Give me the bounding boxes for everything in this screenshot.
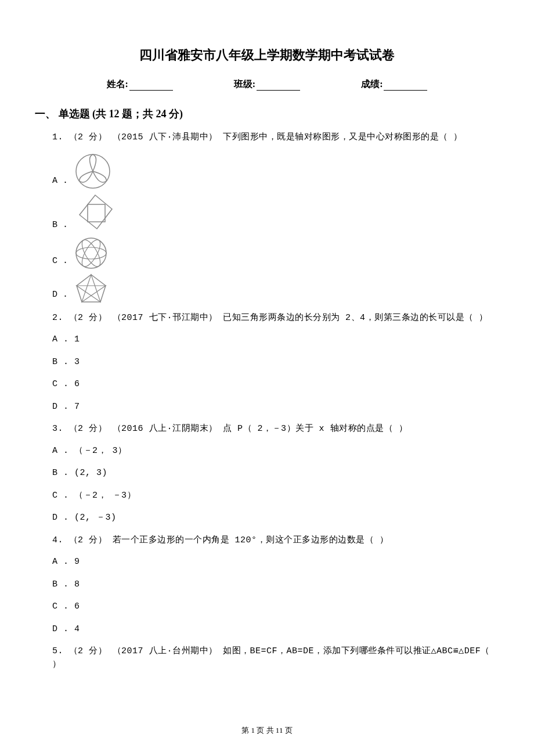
class-field: 班级:	[234, 78, 300, 91]
q4-option-c: C . 6	[52, 600, 499, 614]
q2-option-c: C . 6	[52, 378, 499, 391]
svg-rect-1	[88, 204, 105, 222]
pentagon-star-icon	[75, 273, 107, 303]
q2-option-a: A . 1	[52, 333, 499, 347]
score-blank	[384, 90, 427, 91]
page-title: 四川省雅安市八年级上学期数学期中考试试卷	[35, 46, 499, 64]
q4-option-d: D . 4	[52, 623, 499, 636]
q3-option-d: D . (2, －3)	[52, 512, 499, 525]
q2-option-d: D . 7	[52, 401, 499, 414]
q4-option-b: B . 8	[52, 578, 499, 592]
score-label: 成绩:	[361, 78, 383, 91]
name-field: 姓名:	[107, 78, 173, 91]
q2-option-b: B . 3	[52, 356, 499, 369]
name-label: 姓名:	[107, 78, 128, 91]
flower-circle-icon	[75, 237, 107, 269]
svg-marker-2	[80, 195, 112, 229]
q1-b-label: B .	[52, 219, 68, 233]
svg-point-4	[76, 247, 106, 259]
q1-text: 1. （2 分） （2015 八下·沛县期中） 下列图形中，既是轴对称图形，又是…	[52, 131, 499, 145]
q3-option-a: A . （－2， 3）	[52, 445, 499, 458]
q4-option-a: A . 9	[52, 556, 499, 569]
q1-c-label: C .	[52, 255, 68, 269]
q1-d-label: D .	[52, 289, 68, 303]
class-label: 班级:	[234, 78, 255, 91]
q2-text: 2. （2 分） （2017 七下·邗江期中） 已知三角形两条边的长分别为 2、…	[52, 312, 499, 325]
class-blank	[257, 90, 300, 91]
q3-text: 3. （2 分） （2016 八上·江阴期末） 点 P（ 2，－3）关于 x 轴…	[52, 423, 499, 436]
svg-point-3	[76, 238, 106, 268]
q1-option-c: C .	[52, 237, 499, 269]
q3-option-b: B . (2, 3)	[52, 467, 499, 480]
q4-text: 4. （2 分） 若一个正多边形的一个内角是 120°，则这个正多边形的边数是（…	[52, 534, 499, 548]
page-footer: 第 1 页 共 11 页	[0, 725, 534, 736]
q3-option-c: C . （－2， －3）	[52, 489, 499, 503]
q1-a-label: A .	[52, 175, 68, 189]
content-area: 1. （2 分） （2015 八下·沛县期中） 下列图形中，既是轴对称图形，又是…	[35, 131, 499, 671]
score-field: 成绩:	[361, 78, 427, 91]
name-blank	[129, 90, 173, 91]
q5-text: 5. （2 分） （2017 八上·台州期中） 如图，BE=CF，AB=DE，添…	[52, 645, 499, 671]
q1-option-a: A .	[52, 153, 499, 189]
q1-option-d: D .	[52, 273, 499, 303]
header-fields: 姓名: 班级: 成绩:	[35, 78, 499, 91]
trefoil-icon	[75, 153, 111, 189]
q1-option-b: B .	[52, 193, 499, 233]
overlapping-squares-icon	[75, 193, 116, 233]
section-header: 一、 单选题 (共 12 题；共 24 分)	[35, 107, 499, 121]
